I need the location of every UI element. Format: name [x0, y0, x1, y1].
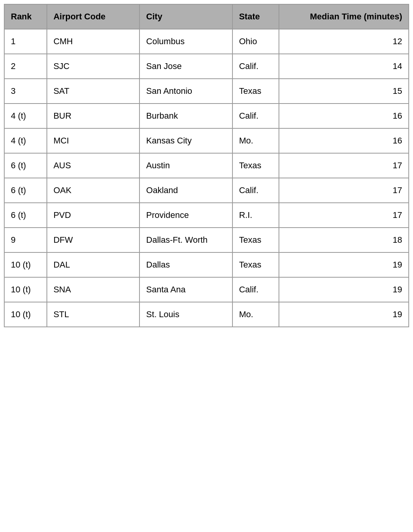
cell-airport-code: SNA — [47, 277, 139, 302]
table-row: 6 (t)PVDProvidenceR.I.17 — [4, 203, 409, 228]
cell-state: Calif. — [232, 277, 279, 302]
cell-rank: 9 — [4, 228, 47, 252]
cell-city: Austin — [139, 153, 232, 178]
cell-airport-code: MCI — [47, 128, 139, 153]
cell-median-time: 19 — [279, 302, 409, 327]
cell-state: Calif. — [232, 178, 279, 203]
header-rank: Rank — [4, 4, 47, 29]
cell-airport-code: CMH — [47, 29, 139, 54]
cell-airport-code: SAT — [47, 79, 139, 104]
cell-city: Dallas — [139, 252, 232, 277]
table-row: 6 (t)AUSAustinTexas17 — [4, 153, 409, 178]
cell-state: Calif. — [232, 104, 279, 128]
header-median-time: Median Time (minutes) — [279, 4, 409, 29]
header-airport-code: Airport Code — [47, 4, 139, 29]
table-header-row: Rank Airport Code City State Median Time… — [4, 4, 409, 29]
cell-city: Burbank — [139, 104, 232, 128]
table-row: 4 (t)BURBurbankCalif.16 — [4, 104, 409, 128]
table-row: 1CMHColumbusOhio12 — [4, 29, 409, 54]
cell-state: Mo. — [232, 128, 279, 153]
cell-state: Ohio — [232, 29, 279, 54]
cell-rank: 6 (t) — [4, 153, 47, 178]
cell-city: Providence — [139, 203, 232, 228]
cell-median-time: 14 — [279, 54, 409, 79]
table-row: 3SATSan AntonioTexas15 — [4, 79, 409, 104]
cell-median-time: 19 — [279, 277, 409, 302]
cell-rank: 2 — [4, 54, 47, 79]
cell-rank: 10 (t) — [4, 277, 47, 302]
cell-city: San Antonio — [139, 79, 232, 104]
cell-city: Dallas-Ft. Worth — [139, 228, 232, 252]
cell-median-time: 18 — [279, 228, 409, 252]
table-row: 2SJCSan JoseCalif.14 — [4, 54, 409, 79]
cell-airport-code: DFW — [47, 228, 139, 252]
cell-state: Texas — [232, 228, 279, 252]
cell-airport-code: SJC — [47, 54, 139, 79]
cell-state: Calif. — [232, 54, 279, 79]
table-row: 6 (t)OAKOaklandCalif.17 — [4, 178, 409, 203]
table-row: 10 (t)SNASanta AnaCalif.19 — [4, 277, 409, 302]
cell-airport-code: PVD — [47, 203, 139, 228]
cell-rank: 10 (t) — [4, 302, 47, 327]
cell-rank: 6 (t) — [4, 203, 47, 228]
cell-rank: 4 (t) — [4, 104, 47, 128]
header-state: State — [232, 4, 279, 29]
cell-city: Kansas City — [139, 128, 232, 153]
cell-median-time: 16 — [279, 128, 409, 153]
cell-city: Santa Ana — [139, 277, 232, 302]
cell-state: Texas — [232, 153, 279, 178]
cell-rank: 6 (t) — [4, 178, 47, 203]
cell-city: St. Louis — [139, 302, 232, 327]
cell-state: Texas — [232, 252, 279, 277]
table-row: 4 (t)MCIKansas CityMo.16 — [4, 128, 409, 153]
cell-median-time: 12 — [279, 29, 409, 54]
cell-city: Oakland — [139, 178, 232, 203]
table-row: 10 (t)STLSt. LouisMo.19 — [4, 302, 409, 327]
cell-state: R.I. — [232, 203, 279, 228]
cell-city: San Jose — [139, 54, 232, 79]
cell-rank: 10 (t) — [4, 252, 47, 277]
cell-state: Mo. — [232, 302, 279, 327]
cell-airport-code: DAL — [47, 252, 139, 277]
cell-state: Texas — [232, 79, 279, 104]
cell-airport-code: BUR — [47, 104, 139, 128]
cell-median-time: 17 — [279, 178, 409, 203]
cell-median-time: 19 — [279, 252, 409, 277]
cell-median-time: 17 — [279, 203, 409, 228]
cell-rank: 3 — [4, 79, 47, 104]
cell-airport-code: AUS — [47, 153, 139, 178]
cell-city: Columbus — [139, 29, 232, 54]
table-row: 9DFWDallas-Ft. WorthTexas18 — [4, 228, 409, 252]
header-city: City — [139, 4, 232, 29]
airport-rankings-table: Rank Airport Code City State Median Time… — [4, 4, 409, 327]
cell-airport-code: OAK — [47, 178, 139, 203]
cell-rank: 4 (t) — [4, 128, 47, 153]
cell-median-time: 17 — [279, 153, 409, 178]
cell-airport-code: STL — [47, 302, 139, 327]
table-row: 10 (t)DALDallasTexas19 — [4, 252, 409, 277]
cell-median-time: 15 — [279, 79, 409, 104]
cell-rank: 1 — [4, 29, 47, 54]
airport-table-wrapper: Rank Airport Code City State Median Time… — [4, 4, 409, 327]
cell-median-time: 16 — [279, 104, 409, 128]
